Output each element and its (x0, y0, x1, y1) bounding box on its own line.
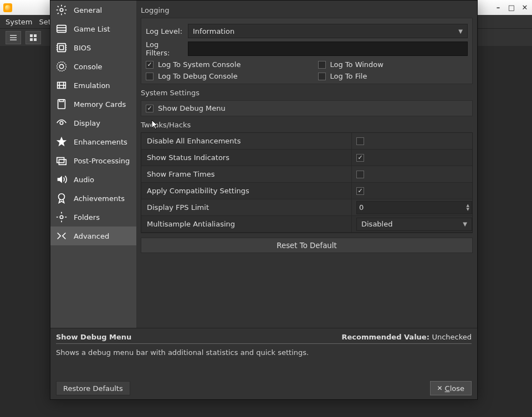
sidebar-item-general[interactable]: General (50, 1, 136, 19)
tweak-value-cell (352, 187, 472, 195)
svg-rect-5 (30, 38, 33, 41)
tweak-checkbox[interactable] (356, 154, 364, 162)
svg-rect-25 (58, 100, 65, 109)
log-to-file-checkbox[interactable]: Log To File (318, 72, 468, 80)
select-value: Disabled (361, 220, 392, 228)
sidebar-item-label: Post-Processing (74, 157, 130, 165)
tooltip-body: Shows a debug menu bar with additional s… (56, 348, 472, 373)
tooltip-title: Show Debug Menu (56, 333, 131, 341)
tweak-row: Show Frame Times (141, 166, 472, 183)
dialog-footer: Restore Defaults ✕ Close (50, 377, 477, 399)
tooltip-area: Show Debug Menu Recommended Value: Unche… (50, 328, 477, 377)
sidebar-item-memorycards[interactable]: Memory Cards (50, 95, 136, 114)
checkbox-icon (318, 61, 326, 69)
svg-rect-3 (30, 34, 33, 37)
sidebar-item-enhancements[interactable]: Enhancements (50, 132, 136, 151)
sidebar-item-label: Audio (74, 176, 94, 184)
checkbox-label: Log To Window (330, 60, 383, 69)
sidebar-item-audio[interactable]: Audio (50, 170, 136, 189)
tweak-row: Disable All Enhancements (141, 133, 472, 150)
sidebar-item-label: Display (74, 119, 100, 127)
tweak-label: Show Status Indicators (141, 150, 352, 166)
logging-group: Logging Log Level: Information ▼ Log Fil… (141, 6, 473, 84)
tweak-checkbox[interactable] (356, 187, 364, 195)
svg-point-7 (60, 8, 63, 12)
tweak-label: Display FPS Limit (141, 199, 352, 215)
sidebar-item-gamelist[interactable]: Game List (50, 19, 136, 38)
svg-point-27 (60, 121, 63, 125)
tweak-spinner[interactable]: 0▲▼ (356, 201, 472, 214)
app-icon (3, 3, 12, 12)
sidebar-item-label: Game List (74, 25, 110, 33)
sidebar-item-label: Achievements (74, 194, 125, 203)
menu-system[interactable]: System (6, 18, 32, 26)
log-to-debug-console-checkbox[interactable]: Log To Debug Console (146, 72, 296, 80)
log-filters-input[interactable] (188, 42, 468, 56)
tweak-value-cell (352, 137, 472, 145)
sidebar-item-label: Folders (74, 213, 100, 222)
sidebar-item-achievements[interactable]: Achievements (50, 189, 136, 208)
sidebar-item-label: Enhancements (74, 138, 127, 146)
sidebar-item-label: Advanced (74, 232, 109, 240)
recommended-value-text: Unchecked (432, 333, 472, 341)
svg-rect-4 (34, 34, 37, 37)
folders-icon (55, 210, 68, 224)
sidebar-item-emulation[interactable]: Emulation (50, 76, 136, 95)
checkbox-icon (318, 73, 326, 80)
checkbox-icon (146, 61, 154, 69)
console-icon (55, 60, 68, 73)
tweak-value-cell (352, 154, 472, 162)
svg-point-31 (60, 215, 63, 219)
svg-point-20 (59, 64, 63, 68)
memorycards-icon (55, 97, 68, 111)
log-filters-label: Log Filters: (146, 40, 183, 57)
tweaks-group-title: Tweaks/Hacks (141, 121, 473, 129)
log-level-select[interactable]: Information ▼ (188, 24, 468, 38)
sidebar-item-display[interactable]: Display (50, 114, 136, 132)
tweak-checkbox[interactable] (356, 137, 364, 145)
close-window-button[interactable]: ✕ (520, 2, 530, 12)
restore-defaults-button[interactable]: Restore Defaults (56, 381, 130, 395)
sidebar-item-label: Emulation (74, 81, 110, 90)
gamelist-icon (55, 22, 68, 35)
button-label: Close (445, 384, 464, 393)
tweak-row: Display FPS Limit0▲▼ (141, 199, 472, 216)
close-dialog-button[interactable]: ✕ Close (430, 381, 472, 395)
tweak-select[interactable]: Disabled▼ (356, 218, 472, 231)
show-debug-menu-checkbox[interactable]: Show Debug Menu (146, 104, 468, 112)
sidebar-item-bios[interactable]: BIOS (50, 38, 136, 57)
sidebar-item-postprocessing[interactable]: Post-Processing (50, 151, 136, 170)
minimize-button[interactable]: – (493, 2, 503, 12)
maximize-button[interactable]: □ (507, 2, 516, 12)
close-icon: ✕ (437, 384, 443, 392)
reset-to-default-button[interactable]: Reset To Default (141, 238, 473, 253)
list-view-button[interactable] (6, 31, 21, 44)
svg-rect-26 (59, 100, 63, 102)
sidebar-item-label: Memory Cards (74, 100, 126, 109)
log-to-window-checkbox[interactable]: Log To Window (318, 60, 468, 69)
grid-view-button[interactable] (25, 31, 41, 44)
svg-point-30 (59, 194, 65, 200)
dropdown-arrow-icon: ▼ (458, 28, 463, 34)
log-level-label: Log Level: (146, 27, 183, 35)
tweak-checkbox[interactable] (356, 171, 364, 178)
spinner-value: 0 (359, 203, 364, 212)
svg-rect-11 (58, 44, 66, 52)
spinner-buttons[interactable]: ▲▼ (467, 204, 469, 212)
tweaks-list[interactable]: Disable All EnhancementsShow Status Indi… (141, 133, 472, 233)
tweak-label: Multisample Antialiasing (141, 216, 352, 232)
general-icon (55, 3, 68, 17)
log-to-system-console-checkbox[interactable]: Log To System Console (146, 60, 296, 69)
sidebar-item-folders[interactable]: Folders (50, 208, 136, 226)
sidebar-item-advanced[interactable]: Advanced (50, 226, 136, 245)
tweaks-group: Tweaks/Hacks Disable All EnhancementsSho… (141, 121, 473, 255)
logging-group-title: Logging (141, 6, 473, 14)
desktop: – □ ✕ System Settings GeneralGame ListBI… (0, 0, 532, 417)
checkbox-label: Log To Debug Console (158, 72, 238, 80)
svg-rect-29 (59, 159, 66, 164)
button-label: Restore Defaults (63, 384, 123, 393)
tweak-label: Show Frame Times (141, 166, 352, 182)
sidebar-item-label: General (74, 6, 102, 14)
sidebar-item-console[interactable]: Console (50, 57, 136, 76)
svg-rect-6 (34, 38, 37, 41)
